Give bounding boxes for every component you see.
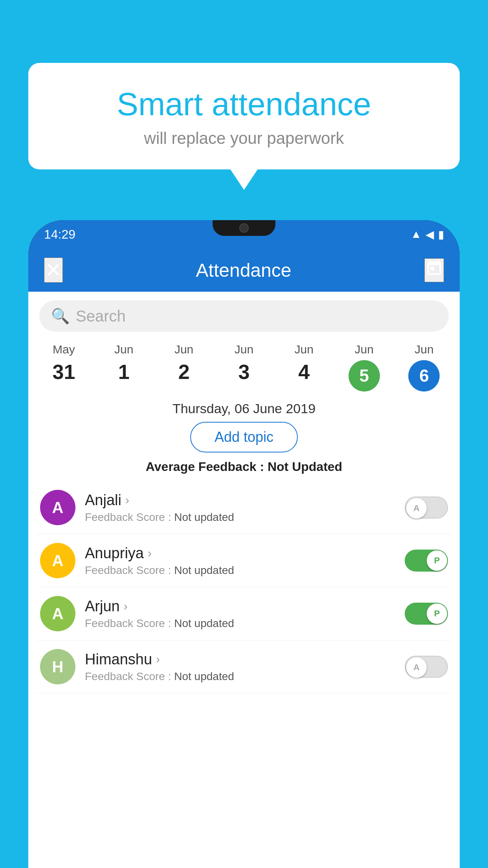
student-info: Anjali › Feedback Score : Not updated [85,492,395,524]
student-name: Arjun › [85,598,395,615]
signal-icon: ◀ [426,228,434,241]
toggle-knob: A [406,657,427,678]
chevron-right-icon: › [124,600,128,613]
student-row[interactable]: A Arjun › Feedback Score : Not updated P [36,587,452,640]
status-icons: ▲ ◀ ▮ [411,228,444,241]
cal-month: Jun [354,343,373,356]
toggle-knob: P [427,603,447,624]
calendar-day-31[interactable]: May 31 [38,343,89,384]
cal-date: 4 [298,360,310,384]
student-name: Anupriya › [85,545,395,562]
student-row[interactable]: A Anupriya › Feedback Score : Not update… [36,534,452,587]
phone-content: 🔍 Search May 31 Jun 1 Jun 2 Jun 3 Jun 4 … [28,292,460,868]
phone-frame: 14:29 ▲ ◀ ▮ ✕ Attendance 🔍 Search May 31… [28,220,460,868]
toggle-knob: P [427,550,447,571]
calendar-day-6[interactable]: Jun 6 [398,343,449,392]
wifi-icon: ▲ [411,228,422,241]
cal-month: Jun [295,343,314,356]
student-list: A Anjali › Feedback Score : Not updated … [28,481,460,693]
calendar-day-2[interactable]: Jun 2 [158,343,209,384]
search-bar[interactable]: 🔍 Search [39,300,449,332]
student-feedback: Feedback Score : Not updated [85,670,395,683]
search-icon: 🔍 [51,307,70,325]
app-bar-title: Attendance [196,259,292,281]
attendance-toggle[interactable]: P [405,603,448,625]
student-feedback: Feedback Score : Not updated [85,617,395,630]
student-info: Anupriya › Feedback Score : Not updated [85,545,395,577]
cal-month: Jun [114,343,133,356]
attendance-toggle[interactable]: A [405,656,448,678]
chevron-right-icon: › [125,493,129,507]
chevron-right-icon: › [148,546,152,560]
cal-date: 3 [238,360,250,384]
attendance-toggle[interactable]: A [405,497,448,519]
student-info: Himanshu › Feedback Score : Not updated [85,651,395,683]
bubble-title: Smart attendance [48,86,440,122]
calendar-strip: May 31 Jun 1 Jun 2 Jun 3 Jun 4 Jun 5 Jun… [28,339,460,393]
notch [213,220,275,236]
student-avatar: A [40,596,75,631]
cal-date: 2 [178,360,190,384]
student-info: Arjun › Feedback Score : Not updated [85,598,395,630]
avg-feedback-label: Average Feedback : [146,460,268,474]
student-row[interactable]: H Himanshu › Feedback Score : Not update… [36,640,452,693]
student-avatar: H [40,649,75,684]
cal-date: 1 [118,360,130,384]
front-camera [239,223,249,233]
cal-month: Jun [235,343,253,356]
calendar-day-1[interactable]: Jun 1 [98,343,149,384]
app-bar: ✕ Attendance [28,248,460,292]
bubble-subtitle: will replace your paperwork [48,129,440,148]
student-avatar: A [40,490,75,525]
cal-month: Jun [415,343,433,356]
student-feedback: Feedback Score : Not updated [85,511,395,524]
avg-feedback-value: Not Updated [268,460,342,474]
cal-date: 6 [408,360,440,392]
battery-icon: ▮ [438,228,444,241]
toggle-knob: A [406,498,427,519]
cal-month: Jun [174,343,193,356]
calendar-day-5[interactable]: Jun 5 [339,343,390,392]
cal-date: 5 [349,360,380,392]
attendance-toggle[interactable]: P [405,550,448,572]
add-topic-button[interactable]: Add topic [190,422,298,452]
selected-date-label: Thursday, 06 June 2019 [28,401,460,416]
cal-month: May [53,343,75,356]
student-name: Himanshu › [85,651,395,668]
calendar-button[interactable] [424,258,444,282]
student-avatar: A [40,543,75,578]
student-row[interactable]: A Anjali › Feedback Score : Not updated … [36,481,452,534]
student-feedback: Feedback Score : Not updated [85,564,395,577]
calendar-day-3[interactable]: Jun 3 [218,343,270,384]
search-placeholder: Search [76,307,126,325]
chevron-right-icon: › [156,653,160,666]
calendar-day-4[interactable]: Jun 4 [279,343,330,384]
cal-date: 31 [53,360,75,384]
student-name: Anjali › [85,492,395,509]
speech-bubble: Smart attendance will replace your paper… [28,63,460,169]
status-time: 14:29 [44,227,75,242]
avg-feedback: Average Feedback : Not Updated [28,460,460,474]
close-button[interactable]: ✕ [44,257,63,283]
